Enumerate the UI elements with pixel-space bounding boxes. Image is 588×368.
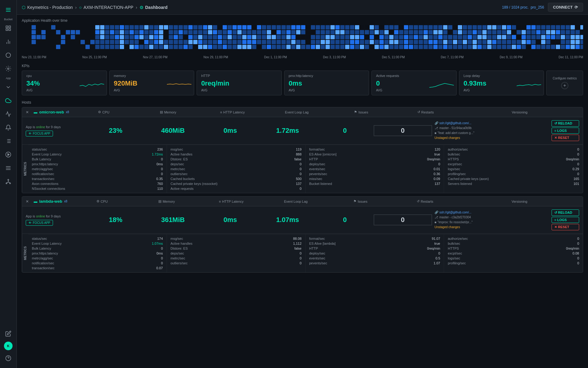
- sidebar: Bucket App K: [0, 0, 17, 368]
- kpi-memory[interactable]: memory 920MiB AVG: [109, 71, 194, 95]
- omicron-action-btns: ↺ RELOAD ≡ LOGS ✕ RESET: [552, 120, 579, 141]
- heatmap-cell: [546, 40, 550, 44]
- heatmap-col: [536, 25, 541, 49]
- omicron-reload-btn[interactable]: ↺ RELOAD: [552, 120, 579, 127]
- heatmap-cell: [277, 35, 281, 39]
- kpi-pmx-latency[interactable]: pmx:http:latency 0ms AVG: [284, 71, 369, 95]
- heatmap-cell: [46, 35, 51, 39]
- configure-metrics-card[interactable]: Configure metrics +: [546, 71, 583, 95]
- heatmap-cell: [379, 25, 384, 29]
- heatmap-cell: [345, 40, 349, 44]
- heatmap-cell: [561, 25, 565, 29]
- metric-cached-priv-nss: Cached private keys (nssocket)137: [171, 181, 302, 186]
- heatmap-cell: [370, 45, 374, 49]
- heatmap-cell: [154, 45, 158, 49]
- sidebar-item-alerts[interactable]: [3, 122, 14, 133]
- sidebar-item-edit[interactable]: [3, 328, 14, 339]
- heatmap-cell: [66, 30, 70, 34]
- kpi-active-sparkline: [429, 80, 454, 89]
- sidebar-item-circle[interactable]: [3, 50, 14, 61]
- heatmap-cell: [100, 35, 104, 39]
- heatmap-cell: [56, 45, 60, 49]
- heatmap-col: [232, 25, 237, 49]
- heatmap-cell: [164, 40, 168, 44]
- heatmap-cell: [473, 25, 477, 29]
- omicron-commit: ■ "feat: add alert custom g...": [435, 131, 502, 136]
- kpi-cpu[interactable]: cpu 34% AVG: [22, 71, 107, 95]
- focus-label: FOCUS APP: [33, 132, 50, 135]
- heatmap-cell: [66, 35, 70, 39]
- heatmap-cell: [237, 25, 242, 29]
- heatmap-cell: [443, 45, 447, 49]
- heatmap-cell: [296, 45, 300, 49]
- lambda-reload-btn[interactable]: ↺ RELOAD: [552, 209, 579, 216]
- heatmap-cell: [355, 40, 359, 44]
- configure-plus-icon[interactable]: +: [561, 82, 568, 89]
- sidebar-item-bars[interactable]: [3, 36, 14, 47]
- heatmap-cell: [36, 25, 41, 29]
- heatmap-col: [335, 25, 340, 49]
- sidebar-item-lines[interactable]: [3, 163, 14, 174]
- sidebar-item-gear[interactable]: [3, 63, 14, 74]
- heatmap-cell: [90, 40, 95, 44]
- kpi-loop-delay[interactable]: Loop delay 0.93ms AVG: [459, 71, 544, 95]
- heatmap-cell: [580, 40, 583, 44]
- heatmap-cell: [125, 40, 129, 44]
- kpi-http[interactable]: HTTP 0req/min AVG: [197, 71, 282, 95]
- user-plan: pro_256: [531, 5, 544, 10]
- heatmap-cell: [379, 30, 384, 34]
- lambda-logs-btn[interactable]: ≡ LOGS: [552, 217, 579, 223]
- omicron-reset-btn[interactable]: ✕ RESET: [552, 135, 579, 141]
- user-avatar[interactable]: K: [4, 342, 13, 350]
- heatmap-cell: [443, 30, 447, 34]
- heatmap-col: [350, 25, 354, 49]
- heatmap-cell: [242, 25, 247, 29]
- heatmap-cell: [198, 45, 202, 49]
- heatmap-cell: [330, 45, 335, 49]
- heatmap-cell: [120, 40, 124, 44]
- heatmap-cell: [438, 35, 443, 39]
- sidebar-item-help[interactable]: [3, 353, 14, 364]
- host-collapse-lambda[interactable]: ✕: [26, 199, 29, 204]
- heatmap-cell: [61, 25, 65, 29]
- kpi-active-requests[interactable]: Active requests 0 AVG: [371, 71, 457, 95]
- heatmap-cell: [492, 30, 496, 34]
- topbar-right: 189 / 1024 proc. pro_256 CONNECT ⟳: [502, 3, 583, 12]
- event-label: Event Loop Lag: [285, 110, 309, 114]
- heatmap-cell: [394, 25, 398, 29]
- breadcrumb-axm[interactable]: ○ AXM-INTERACTION-APP: [79, 5, 133, 10]
- sidebar-menu-icon[interactable]: [3, 4, 14, 15]
- lambda-reset-btn[interactable]: ✕ RESET: [552, 224, 579, 230]
- lambda-metrics-table: status/sec174 Event Loop Latency1.07ms B…: [28, 234, 583, 272]
- heatmap-cell: [120, 30, 124, 34]
- heatmap-cell: [115, 25, 119, 29]
- heatmap-cell: [575, 35, 580, 39]
- heatmap-col: [213, 25, 217, 49]
- sidebar-item-cloud[interactable]: [3, 95, 14, 106]
- metric-status-sec: status/sec236: [32, 147, 163, 152]
- sidebar-item-chart[interactable]: [3, 109, 14, 120]
- breadcrumb-dashboard[interactable]: ⊙ Dashboard: [140, 5, 168, 10]
- heatmap-cell: [526, 35, 531, 39]
- sidebar-item-play[interactable]: [3, 149, 14, 160]
- omicron-logs-btn[interactable]: ≡ LOGS: [552, 128, 579, 134]
- sidebar-item-network[interactable]: [3, 176, 14, 187]
- branch-icon: ⎇: [435, 126, 438, 131]
- omicron-focus-btn[interactable]: 👁 FOCUS APP: [26, 131, 53, 136]
- kpi-http-name: HTTP: [201, 74, 277, 78]
- heatmap-col: [32, 25, 36, 49]
- connect-button[interactable]: CONNECT ⟳: [548, 3, 583, 12]
- heatmap-cell: [384, 45, 389, 49]
- eye-icon: 👁: [28, 132, 32, 135]
- heatmap-cell: [144, 30, 149, 34]
- heatmap-cell: [531, 30, 536, 34]
- sidebar-item-list[interactable]: [3, 136, 14, 147]
- heatmap-col: [208, 25, 212, 49]
- lambda-focus-btn[interactable]: 👁 FOCUS APP: [26, 220, 53, 226]
- sidebar-item-bucket[interactable]: [3, 23, 14, 34]
- host-collapse-omicron[interactable]: ✕: [26, 110, 29, 114]
- heatmap-cell: [526, 40, 531, 44]
- sidebar-item-chevron[interactable]: [3, 82, 14, 93]
- heatmap-col: [507, 25, 511, 49]
- breadcrumb-keymetrics[interactable]: ⬡ Keymetrics - Production: [22, 5, 73, 10]
